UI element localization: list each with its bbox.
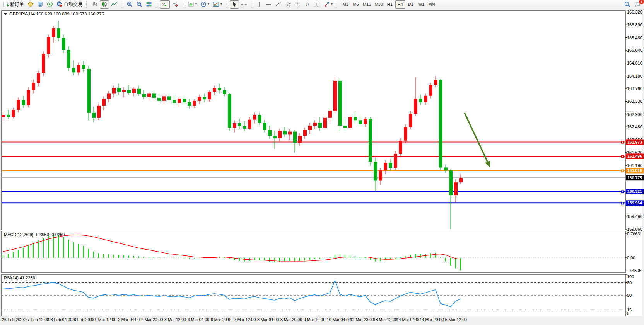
bull-candle <box>37 73 40 83</box>
bear-candle <box>374 162 377 181</box>
templates-button[interactable]: ▾ <box>211 0 224 9</box>
timeframe-button-m15[interactable]: M15 <box>361 0 372 9</box>
new-order-button[interactable]: 新订单 <box>2 0 26 9</box>
text-label-button[interactable]: T <box>312 0 322 9</box>
tile-windows-icon <box>146 1 152 7</box>
zoom-in-button[interactable] <box>125 0 134 9</box>
chart-canvas: 166.320165.890165.460165.040164.610164.1… <box>0 10 644 325</box>
bull-candle <box>454 182 458 195</box>
periods-button[interactable]: ▾ <box>199 0 211 9</box>
bull-candle <box>208 92 211 99</box>
bull-candle <box>384 163 387 170</box>
line-chart-button[interactable] <box>109 0 119 9</box>
bear-candle <box>67 50 70 68</box>
bull-candle <box>193 101 196 106</box>
bull-candle <box>17 100 20 110</box>
bear-candle <box>117 88 121 92</box>
chart-shift-button[interactable] <box>170 0 180 9</box>
notifications-button[interactable]: 1 <box>632 0 642 9</box>
svg-text:T: T <box>316 2 318 7</box>
charts-button[interactable] <box>26 0 35 9</box>
bull-candle <box>414 99 417 114</box>
text-button[interactable]: A <box>303 0 312 9</box>
bull-candle <box>248 120 251 129</box>
bear-candle <box>72 68 75 73</box>
bull-candle <box>399 141 402 154</box>
bear-candle <box>268 130 272 136</box>
timeframe-button-m1[interactable]: M1 <box>340 0 350 9</box>
zoom-out-button[interactable] <box>135 0 144 9</box>
time-tick-label: 26 Feb 2023 <box>2 317 25 322</box>
bear-candle <box>183 99 186 102</box>
vertical-line-button[interactable] <box>255 0 263 9</box>
bull-candle <box>2 115 5 117</box>
indicators-button[interactable]: ▾ <box>186 0 198 9</box>
auto-trading-button[interactable]: 自动交易 <box>55 0 84 9</box>
timeframe-button-d1[interactable]: D1 <box>406 0 416 9</box>
bull-candle <box>162 96 166 101</box>
bull-candle <box>409 114 412 127</box>
cursor-button[interactable] <box>230 0 239 9</box>
price-tick-label: 165.460 <box>627 36 642 40</box>
time-tick-label: 1 Mar 12:00 <box>95 317 116 322</box>
tile-windows-button[interactable] <box>144 0 154 9</box>
timeframe-button-m5[interactable]: M5 <box>351 0 361 9</box>
bull-candle <box>328 111 332 118</box>
rsi-tick-label: 0 <box>627 311 629 316</box>
trendline-button[interactable] <box>273 0 283 9</box>
status-bar <box>0 323 644 325</box>
timeframe-button-w1[interactable]: W1 <box>416 0 426 9</box>
time-tick-label: 13 Mar 12:00 <box>373 317 397 322</box>
bull-candle <box>333 81 337 111</box>
bar-chart-button[interactable] <box>90 0 99 9</box>
bear-candle <box>293 132 297 143</box>
bull-candle <box>394 154 397 168</box>
candlestick-chart-button[interactable] <box>100 0 109 9</box>
text-label-icon: T <box>314 1 320 7</box>
periods-clock-icon <box>200 1 207 7</box>
signals-button[interactable] <box>45 0 55 9</box>
bull-candle <box>52 28 55 37</box>
equidistant-channel-icon: E <box>285 1 291 7</box>
equidistant-channel-button[interactable]: E <box>283 0 293 9</box>
macd-tick-label: -0.4506 <box>627 268 641 273</box>
crosshair-button[interactable] <box>239 0 249 9</box>
timeframe-button-mn[interactable]: MN <box>427 0 437 9</box>
bull-candle <box>424 96 427 102</box>
time-tick-label: 10 Mar 04:00 <box>327 317 351 322</box>
timeframe-button-h1[interactable]: H1 <box>385 0 395 9</box>
time-tick-label: 28 Feb 20:00 <box>72 317 96 322</box>
time-tick-label: 12 Mar 23:00 <box>350 317 374 322</box>
arrows-button[interactable]: ▾ <box>322 0 334 9</box>
line-handle-center <box>622 156 623 157</box>
search-button[interactable] <box>622 0 632 9</box>
bear-candle <box>359 120 362 124</box>
bear-candle <box>7 115 10 117</box>
search-icon <box>624 1 630 8</box>
fibonacci-icon: F <box>295 1 301 7</box>
bull-candle <box>323 118 327 128</box>
main-toolbar: 新订单 自动交易 <box>0 0 644 9</box>
fibonacci-button[interactable]: F <box>293 0 303 9</box>
timeframe-button-h4[interactable]: H4 <box>395 0 405 9</box>
price-tick-label: 165.040 <box>627 48 642 53</box>
horizontal-line-button[interactable] <box>264 0 273 9</box>
bull-candle <box>308 126 312 130</box>
bear-candle <box>228 94 231 128</box>
auto-scroll-icon <box>161 1 168 7</box>
price-tick-label: 164.180 <box>627 74 642 78</box>
price-tag-label: 161.973 <box>627 140 642 145</box>
terminal-button[interactable] <box>36 0 45 9</box>
timeframe-button-m30[interactable]: M30 <box>373 0 384 9</box>
price-tick-label: 162.900 <box>627 112 642 117</box>
bull-candle <box>122 90 126 92</box>
signals-icon <box>47 1 53 7</box>
bull-candle <box>42 54 45 73</box>
bear-candle <box>167 96 171 100</box>
auto-scroll-button[interactable] <box>160 0 170 9</box>
chart-title-block: GBPJPY-,H4 160.620 160.889 160.573 160.7… <box>4 12 104 16</box>
bear-candle <box>258 115 261 123</box>
bull-candle <box>27 90 30 105</box>
bull-candle <box>147 94 151 97</box>
bear-candle <box>449 170 453 195</box>
